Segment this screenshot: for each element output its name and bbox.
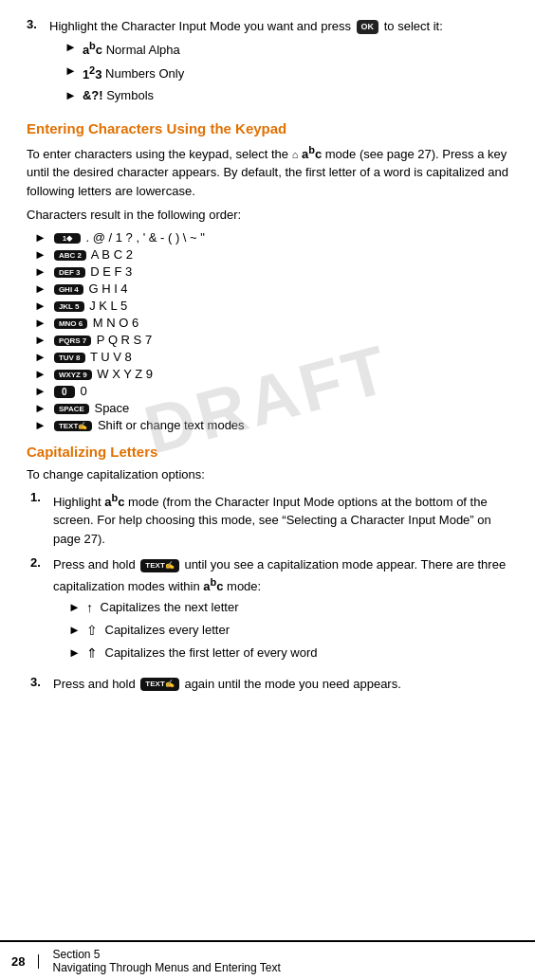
key-item-7: ► PQRS 7 P Q R S 7 bbox=[27, 333, 508, 347]
cap-modes-list: ► ↑ Capitalizes the next letter ► ⇧ Capi… bbox=[53, 598, 508, 663]
cap-arrow-2: ► bbox=[68, 621, 81, 640]
key-chars-0: 0 bbox=[81, 384, 87, 398]
key-arrow-2: ► bbox=[34, 247, 46, 262]
cap-first-icon: ⇑ bbox=[86, 644, 98, 663]
key-chars-3: D E F 3 bbox=[90, 264, 132, 279]
key-content-2: ABC 2 A B C 2 bbox=[52, 247, 508, 262]
keypad-intro-para: To enter characters using the keypad, se… bbox=[27, 142, 508, 201]
key-item-8: ► TUV 8 T U V 8 bbox=[27, 350, 508, 364]
key-item-2: ► ABC 2 A B C 2 bbox=[27, 247, 508, 262]
footer-section-label: Section 5 bbox=[52, 948, 100, 961]
abc-cap-icon-2: abc bbox=[203, 579, 223, 593]
key-chars-2: A B C 2 bbox=[91, 247, 133, 262]
cap-step-3-number: 3. bbox=[30, 675, 49, 689]
key-item-5: ► JKL 5 J K L 5 bbox=[27, 299, 508, 313]
key-badge-3: DEF 3 bbox=[54, 267, 85, 278]
key-content-0: 0 0 bbox=[52, 384, 508, 398]
key-content-5: JKL 5 J K L 5 bbox=[52, 299, 508, 313]
key-badge-2: ABC 2 bbox=[54, 250, 86, 261]
symbols-label: Symbols bbox=[106, 88, 154, 102]
cap-steps-list: 1. Highlight abc mode (from the Characte… bbox=[27, 490, 508, 694]
key-badge-1: 1◆ bbox=[54, 233, 81, 244]
key-chars-9: W X Y Z 9 bbox=[97, 367, 153, 381]
footer-title: Navigating Through Menus and Entering Te… bbox=[52, 961, 280, 974]
key-item-0: ► 0 0 bbox=[27, 384, 508, 398]
key-arrow-4: ► bbox=[34, 281, 46, 296]
abc-icon: abc bbox=[83, 43, 102, 57]
key-item-1: ► 1◆ . @ / 1 ? , ' & - ( ) \ ~ " bbox=[27, 230, 508, 245]
key-arrow-space: ► bbox=[34, 401, 46, 415]
bullet-arrow-1: ► bbox=[65, 38, 77, 57]
cap-mode-next: ► ↑ Capitalizes the next letter bbox=[68, 598, 508, 618]
key-arrow-text: ► bbox=[34, 418, 46, 432]
cap-mode-every-content: ⇧ Capitalizes every letter bbox=[86, 621, 508, 641]
cap-mode-every: ► ⇧ Capitalizes every letter bbox=[68, 621, 508, 641]
key-item-text: ► TEXT✍ Shift or change text modes bbox=[27, 418, 508, 432]
key-arrow-7: ► bbox=[34, 333, 46, 347]
keypad-abc-icon: abc bbox=[302, 147, 322, 161]
keypad-section: Entering Characters Using the Keypad To … bbox=[27, 120, 508, 432]
cap-mode-first: ► ⇑ Capitalizes the first letter of ever… bbox=[68, 644, 508, 663]
cap-next-label: Capitalizes the next letter bbox=[101, 600, 239, 614]
cap-step-3-content: Press and hold TEXT✍ again until the mod… bbox=[53, 675, 508, 694]
key-chars-space: Space bbox=[94, 401, 129, 415]
cap-step-3: 3. Press and hold TEXT✍ again until the … bbox=[30, 675, 508, 694]
step-3-item: 3. Highlight the Character Input Mode yo… bbox=[27, 17, 508, 109]
cap-first-label: Capitalizes the first letter of every wo… bbox=[105, 645, 318, 660]
key-chars-8: T U V 8 bbox=[90, 350, 132, 364]
key-arrow-0: ► bbox=[34, 384, 46, 398]
cap-step-2-content: Press and hold TEXT✍ until you see a cap… bbox=[53, 555, 508, 667]
mode-symbols: ► &?! Symbols bbox=[65, 86, 508, 105]
cap-step-2: 2. Press and hold TEXT✍ until you see a … bbox=[30, 555, 508, 667]
key-badge-6: MNO 6 bbox=[54, 318, 87, 329]
cap-next-icon: ↑ bbox=[86, 598, 93, 618]
key-arrow-6: ► bbox=[34, 316, 46, 330]
cap-intro: To change capitalization options: bbox=[27, 465, 508, 484]
key-item-4: ► GHI 4 G H I 4 bbox=[27, 281, 508, 296]
key-badge-4: GHI 4 bbox=[54, 284, 83, 295]
key-content-1: 1◆ . @ / 1 ? , ' & - ( ) \ ~ " bbox=[52, 230, 508, 245]
key-chars-5: J K L 5 bbox=[89, 299, 127, 313]
cap-arrow-1: ► bbox=[68, 598, 81, 617]
numbers-only-label: Numbers Only bbox=[105, 67, 184, 82]
key-arrow-8: ► bbox=[34, 350, 46, 364]
key-badge-7: PQRS 7 bbox=[54, 336, 91, 346]
cap-section: Capitalizing Letters To change capitaliz… bbox=[27, 444, 508, 693]
keypad-section-heading: Entering Characters Using the Keypad bbox=[27, 120, 508, 136]
cap-mode-first-content: ⇑ Capitalizes the first letter of every … bbox=[86, 644, 508, 663]
bullet-arrow-3: ► bbox=[65, 86, 77, 105]
ok-button-icon: OK bbox=[357, 20, 379, 35]
key-content-3: DEF 3 D E F 3 bbox=[52, 264, 508, 279]
key-chars-6: M N O 6 bbox=[93, 316, 138, 330]
key-arrow-1: ► bbox=[34, 230, 46, 245]
key-content-space: SPACE Space bbox=[52, 401, 508, 415]
step-3-content: Highlight the Character Input Mode you w… bbox=[49, 17, 508, 109]
key-content-4: GHI 4 G H I 4 bbox=[52, 281, 508, 296]
text-key-badge-3: TEXT✍ bbox=[140, 678, 178, 691]
key-list: ► 1◆ . @ / 1 ? , ' & - ( ) \ ~ " ► ABC 2… bbox=[27, 230, 508, 432]
key-badge-text: TEXT✍ bbox=[54, 421, 92, 431]
key-arrow-5: ► bbox=[34, 299, 46, 313]
cap-step-2-number: 2. bbox=[30, 555, 49, 570]
bullet-arrow-2: ► bbox=[65, 62, 77, 81]
normal-alpha-content: abc Normal Alpha bbox=[83, 38, 508, 60]
footer: 28 Section 5 Navigating Through Menus an… bbox=[0, 940, 535, 980]
page-content: 3. Highlight the Character Input Mode yo… bbox=[0, 0, 535, 757]
symbols-content: &?! Symbols bbox=[83, 86, 508, 105]
key-item-space: ► SPACE Space bbox=[27, 401, 508, 415]
key-chars-4: G H I 4 bbox=[88, 281, 127, 296]
key-badge-9: WXYZ 9 bbox=[54, 370, 92, 380]
cap-every-label: Capitalizes every letter bbox=[105, 623, 231, 637]
symbols-icon: &?! bbox=[83, 88, 103, 102]
key-arrow-3: ► bbox=[34, 264, 46, 279]
cap-step-1-number: 1. bbox=[30, 490, 49, 504]
footer-page-number: 28 bbox=[11, 954, 39, 969]
key-badge-8: TUV 8 bbox=[54, 353, 85, 363]
home-icon-symbol: ⌂ bbox=[292, 149, 299, 160]
key-content-6: MNO 6 M N O 6 bbox=[52, 316, 508, 330]
key-content-7: PQRS 7 P Q R S 7 bbox=[52, 333, 508, 347]
text-key-badge-2: TEXT✍ bbox=[140, 559, 178, 572]
123-icon: 123 bbox=[83, 67, 102, 82]
cap-mode-next-content: ↑ Capitalizes the next letter bbox=[86, 598, 508, 618]
key-badge-0: 0 bbox=[54, 386, 75, 398]
